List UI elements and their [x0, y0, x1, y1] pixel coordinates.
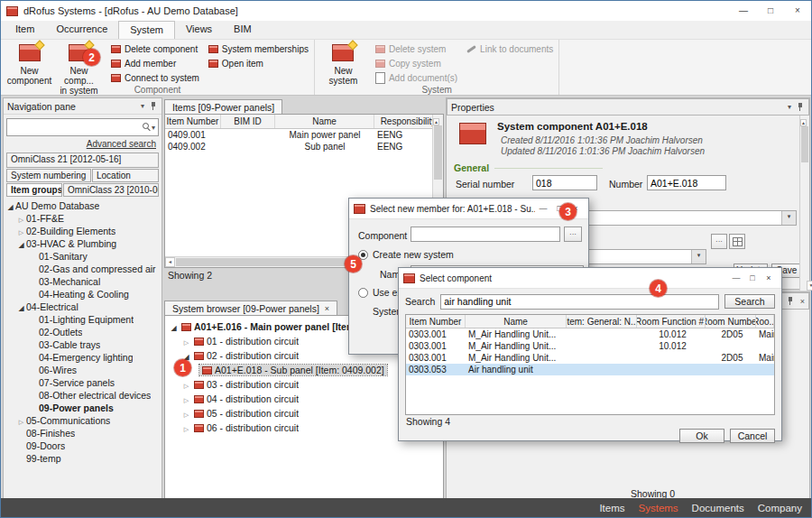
- result-row[interactable]: 0303.001 M_Air Handling Unit... 10.012: [406, 340, 774, 352]
- tree-item[interactable]: 08-Other electrical devices: [4, 389, 161, 402]
- search-button[interactable]: Search: [724, 294, 775, 309]
- expand-arrow-icon[interactable]: [16, 415, 26, 426]
- scroll-left-icon[interactable]: [165, 257, 175, 267]
- result-row[interactable]: 0303.001 M_Air Handling Unit... 10.012 2…: [406, 328, 774, 340]
- column-room-number[interactable]: Room Number: [706, 315, 756, 328]
- scroll-up-icon[interactable]: [800, 119, 807, 126]
- cancel-button[interactable]: Cancel: [730, 429, 775, 443]
- tree-item[interactable]: 04-Electrical: [4, 301, 161, 313]
- tree-item[interactable]: 01-Lighting Equipment: [4, 313, 161, 326]
- chevron-down-icon[interactable]: ▾: [141, 102, 144, 110]
- tree-item[interactable]: 02-Gas and compressed air: [4, 263, 161, 275]
- item-groups-tab[interactable]: Item groups: [6, 183, 62, 197]
- expand-arrow-icon[interactable]: [181, 379, 191, 390]
- minimize-button[interactable]: —: [730, 1, 757, 21]
- component-browse-button[interactable]: ···: [564, 227, 582, 242]
- result-row[interactable]: 0303.001 M_Air Handling Unit... 2D05 Mai…: [406, 352, 774, 364]
- scroll-down-icon[interactable]: [807, 281, 812, 291]
- add-documents-button[interactable]: Add document(s): [374, 70, 459, 85]
- items-row[interactable]: 0409.001 Main power panel EENG: [165, 129, 443, 141]
- tree-item[interactable]: 01-FF&E: [4, 212, 161, 225]
- use-existing-radio[interactable]: [358, 288, 368, 298]
- tree-item[interactable]: 06-Wires: [4, 364, 161, 376]
- items-tab[interactable]: Items [09-Power panels]: [164, 99, 282, 114]
- tree-item[interactable]: 99-temp: [4, 452, 161, 465]
- tree-item[interactable]: 04-Heating & Cooling: [4, 288, 161, 301]
- items-row[interactable]: 0409.002 Sub panel EENG: [165, 141, 443, 153]
- tree-item[interactable]: 08-Finishes: [4, 427, 161, 439]
- expand-arrow-icon[interactable]: [181, 422, 191, 433]
- column-name[interactable]: Name: [275, 115, 374, 128]
- number-field[interactable]: [647, 175, 726, 190]
- advanced-search-link[interactable]: Advanced search: [4, 137, 161, 152]
- link-to-documents-button[interactable]: Link to documents: [465, 42, 555, 56]
- tree-item[interactable]: 07-Service panels: [4, 376, 161, 389]
- scroll-thumb[interactable]: [801, 126, 808, 162]
- connect-to-system-button[interactable]: Connect to system: [109, 70, 201, 85]
- expand-arrow-icon[interactable]: [16, 301, 26, 312]
- column-item-number[interactable]: Item Number: [165, 115, 221, 128]
- omniclass21-tab[interactable]: OmniClass 21 [2012-05-16]: [6, 153, 159, 168]
- status-company[interactable]: Company: [758, 503, 802, 513]
- tab-views[interactable]: Views: [175, 21, 223, 39]
- system-memberships-button[interactable]: System memberships: [207, 42, 310, 56]
- tab-occurrence[interactable]: Occurrence: [45, 21, 118, 39]
- tab-bim[interactable]: BIM: [223, 21, 263, 39]
- maximize-button[interactable]: □: [744, 273, 761, 282]
- open-item-button[interactable]: Open item: [207, 56, 310, 70]
- system-browser-tab[interactable]: System browser [09-Power panels] ×: [164, 301, 337, 315]
- grid-picker-button[interactable]: [729, 234, 745, 249]
- copy-system-button[interactable]: Copy system: [374, 56, 459, 70]
- expand-arrow-icon[interactable]: [5, 200, 15, 211]
- result-row-selected[interactable]: 0303.053 Air handling unit: [406, 364, 774, 375]
- tab-system[interactable]: System: [118, 21, 175, 39]
- minimize-button[interactable]: —: [535, 204, 551, 213]
- column-room-function[interactable]: Room Function #:: [637, 315, 706, 328]
- tree-item[interactable]: 03-HVAC & Plumbing: [4, 237, 161, 250]
- delete-component-button[interactable]: Delete component: [109, 42, 201, 56]
- close-icon[interactable]: ×: [800, 297, 805, 306]
- expand-arrow-icon[interactable]: [181, 408, 191, 419]
- expand-arrow-icon[interactable]: [181, 336, 191, 347]
- location-tab[interactable]: Location: [92, 169, 159, 182]
- dropdown-arrow-icon[interactable]: [691, 250, 706, 264]
- chevron-down-icon[interactable]: ▾: [788, 103, 791, 111]
- dropdown-arrow-icon[interactable]: [781, 211, 796, 225]
- omniclass23-tab[interactable]: OmniClass 23 [2010-06-24]: [63, 183, 159, 197]
- component-search-input[interactable]: [440, 294, 719, 310]
- status-systems[interactable]: Systems: [639, 503, 678, 513]
- tree-item-database[interactable]: AU Demo Database: [4, 199, 161, 212]
- column-bim-id[interactable]: BIM ID: [221, 115, 275, 128]
- expand-arrow-icon[interactable]: [181, 393, 191, 404]
- expand-arrow-icon[interactable]: [169, 321, 179, 332]
- vertical-scrollbar[interactable]: [799, 116, 809, 291]
- tree-item[interactable]: 01-Sanitary: [4, 250, 161, 263]
- new-system-button[interactable]: New system: [318, 42, 368, 86]
- column-name[interactable]: Name: [466, 315, 567, 328]
- tree-item[interactable]: 02-Building Elements: [4, 225, 161, 237]
- pin-icon[interactable]: [150, 101, 158, 111]
- expand-arrow-icon[interactable]: [16, 238, 26, 249]
- status-documents[interactable]: Documents: [692, 503, 744, 513]
- maximize-button[interactable]: □: [757, 1, 784, 21]
- tree-item[interactable]: 03-Cable trays: [4, 338, 161, 351]
- tab-item[interactable]: Item: [5, 21, 45, 39]
- chevron-down-icon[interactable]: ▾: [152, 124, 155, 132]
- minimize-button[interactable]: —: [728, 273, 744, 282]
- search-icon[interactable]: [143, 123, 152, 132]
- search-input[interactable]: [10, 121, 143, 134]
- system-numbering-tab[interactable]: System numbering: [6, 169, 91, 182]
- scroll-thumb[interactable]: [434, 125, 442, 180]
- browse-button[interactable]: ···: [711, 234, 727, 249]
- expand-arrow-icon[interactable]: [16, 226, 26, 236]
- close-button[interactable]: ×: [784, 1, 811, 21]
- serial-number-field[interactable]: [532, 175, 597, 190]
- ok-button[interactable]: Ok: [679, 429, 724, 443]
- close-tab-icon[interactable]: ×: [325, 304, 329, 313]
- delete-system-button[interactable]: Delete system: [374, 42, 459, 56]
- pin-icon[interactable]: [797, 102, 805, 112]
- expand-arrow-icon[interactable]: [16, 213, 26, 224]
- status-items[interactable]: Items: [599, 503, 624, 513]
- tree-item[interactable]: 02-Outlets: [4, 326, 161, 338]
- component-input[interactable]: [411, 227, 560, 242]
